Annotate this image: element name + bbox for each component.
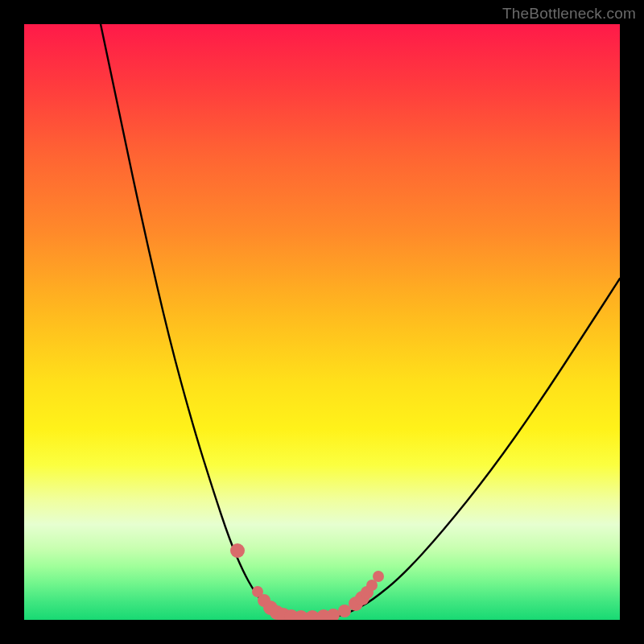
curve-svg <box>24 24 620 620</box>
data-marker <box>338 605 351 617</box>
watermark-text: TheBottleneck.com <box>502 5 636 23</box>
data-marker <box>327 609 340 620</box>
data-markers <box>230 543 384 620</box>
data-marker <box>373 571 384 582</box>
chart-frame: TheBottleneck.com <box>0 0 644 644</box>
data-marker <box>230 543 245 558</box>
bottleneck-curve <box>101 24 620 620</box>
plot-area <box>24 24 620 620</box>
